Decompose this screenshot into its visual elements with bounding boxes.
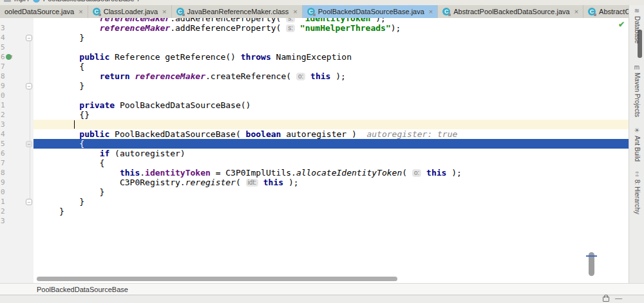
editor-tab[interactable]: CPoolBackedDataSourceBase.java× [303,5,439,18]
tab-close-icon[interactable]: × [574,8,578,15]
code-line[interactable]: 3 [0,120,629,129]
code-text: { [33,62,629,71]
code-line[interactable]: referenceMaker.addReferenceProperty( s: … [0,18,629,23]
line-number: 4 [1,33,5,42]
code-line[interactable]: 8 this.identityToken = C3P0ImplUtils.all… [0,168,629,178]
fold-marker-icon[interactable]: – [26,199,32,205]
code-line[interactable]: 7 { [0,158,629,168]
lock-icon[interactable] [603,297,609,302]
gutter-cell: 8 [0,71,33,81]
code-line[interactable]: 3 referenceMaker.addReferenceProperty( s… [0,23,629,33]
code-line[interactable]: 4– } [0,33,629,42]
parameter-hint: s: [286,18,295,23]
code-editor[interactable]: referenceMaker.addReferenceProperty( s: … [0,18,629,283]
tab-label: JavaBeanReferenceMaker.class [187,8,289,15]
code-line[interactable]: 5 [0,42,629,52]
code-text: { [33,158,629,168]
code-line[interactable]: 0 } [0,187,629,197]
tab-close-icon[interactable]: × [79,8,82,15]
code-text: } [33,207,629,216]
code-token: { [59,62,84,71]
code-text: if (autoregister) [33,149,629,158]
line-number: 6 [1,52,5,62]
code-token: boolean [246,129,281,139]
editor-tab[interactable]: CAbstractComboPooledDataSource.java× [583,5,629,18]
code-line[interactable]: 4 public PoolBackedDataSourceBase( boole… [0,129,629,139]
line-number: 3 [1,23,5,33]
gutter-cell: 7 [0,158,33,168]
tab-close-icon[interactable]: × [429,8,433,15]
code-token: ( [402,168,412,178]
code-token: ); [330,71,345,81]
tool-button-maven-projects[interactable]: mMaven Projects [629,64,644,117]
tool-button-ant-build[interactable]: ☀Ant Build [629,127,644,161]
code-token: C3P0Registry. [59,178,185,187]
code-line[interactable]: 6 public Reference getReference() throws… [0,52,629,62]
code-token: . [140,168,145,178]
code-token: } [59,33,84,42]
line-number: 7 [1,158,5,168]
code-token [59,18,100,23]
tool-button-database[interactable]: ≋Database [629,8,644,44]
tab-close-icon[interactable]: × [162,8,166,15]
code-token: } [59,197,84,207]
hierarchy-icon: ⑄ [635,171,639,178]
editor-tab[interactable]: CAbstractPoolBackedDataSource.java× [438,5,583,18]
code-token [59,23,100,33]
fold-marker-icon[interactable]: – [26,83,32,89]
code-text [33,216,629,226]
code-token: identityToken [145,168,211,178]
horizontal-scrollbar[interactable] [37,277,397,281]
line-number: 1 [1,100,5,110]
code-line[interactable]: 8 return referenceMaker.createReference(… [0,71,629,81]
gutter-cell: 3 [0,216,33,226]
editor-tab[interactable]: CClassLoader.java× [88,5,172,18]
tool-button-label: Ant Build [634,136,641,161]
gutter-cell: 5 [0,42,33,52]
code-line[interactable]: 9– } [0,81,629,91]
code-line[interactable]: 0 [0,91,629,100]
code-line[interactable]: 7 { [0,62,629,71]
code-text [33,42,629,52]
code-line[interactable]: 2 {} [0,110,629,120]
code-line[interactable]: 3 [0,216,629,226]
fold-marker-icon[interactable]: – [26,35,32,41]
editor-tab[interactable]: ooledDataSource.java× [0,5,88,18]
editor-tab[interactable]: CJavaBeanReferenceMaker.class× [172,5,303,18]
code-line[interactable]: 1 private PoolBackedDataSourceBase() [0,100,629,110]
code-line[interactable]: 9 C3P0Registry.reregister( idt: this ); [0,178,629,187]
code-token: allocateIdentityToken [296,168,402,178]
tool-button-8-hierarchy[interactable]: ⑄8: Hierarchy [629,171,644,214]
code-token [295,23,300,33]
breadcrumb-class[interactable]: PoolBackedDataSourceBase [37,286,128,293]
java-class-icon: C [588,8,596,15]
code-token: {} [59,110,90,120]
inspection-status-icon[interactable]: ✔ [618,20,625,29]
line-number: 3 [1,120,5,129]
gutter-cell: 4– [0,33,33,42]
code-line[interactable]: 2} [0,207,629,216]
gutter-cell [0,18,33,23]
java-class-icon: C [442,8,450,15]
breadcrumb[interactable]: PoolBackedDataSourceBase [43,0,135,3]
tab-close-icon[interactable]: × [293,8,297,15]
parameter-hint: idt: [246,179,258,187]
breadcrumb[interactable]: mpl / [14,0,30,3]
code-token: ); [391,23,401,33]
code-token: } [59,187,104,197]
code-line[interactable]: 1– } [0,197,629,207]
status-bar: — [0,295,644,303]
code-text: public Reference getReference() throws N… [33,52,629,62]
line-number: 2 [1,207,5,216]
line-number: 6 [1,149,5,158]
fold-marker-icon[interactable]: – [26,141,32,147]
override-method-icon[interactable] [6,54,12,60]
code-token: this [426,168,446,178]
code-line[interactable]: 6 if (autoregister) [0,149,629,158]
line-number: 7 [1,62,5,71]
gutter-cell: 3 [0,23,33,33]
code-line[interactable]: 5– { [0,139,629,149]
hector-icon[interactable]: — [615,294,622,302]
tab-label: ooledDataSource.java [5,8,74,15]
code-token: referenceMaker [100,23,171,33]
